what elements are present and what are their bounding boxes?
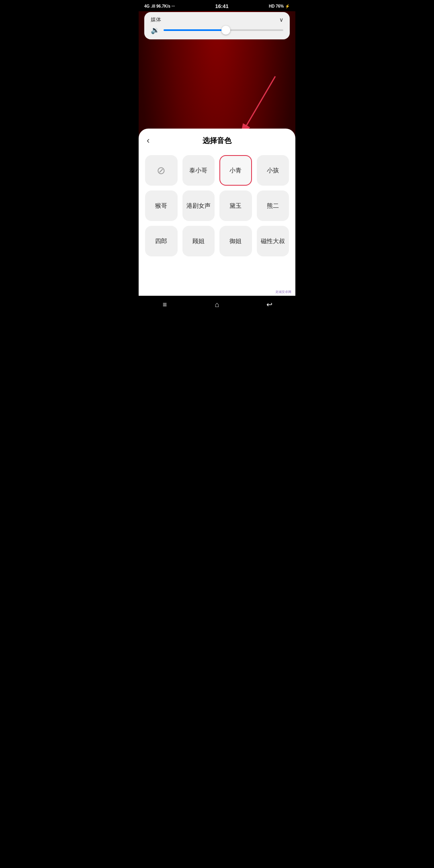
chevron-down-icon[interactable]: ∨: [279, 16, 283, 23]
menu-icon[interactable]: ≡: [157, 297, 173, 313]
back-nav-icon[interactable]: ↩: [261, 297, 277, 313]
watermark: 龙城安卓网: [274, 289, 293, 295]
voice-item-gangjvnvsheng[interactable]: 港剧女声: [182, 190, 215, 221]
volume-label-row: 媒体 ∨: [151, 16, 283, 23]
volume-slider[interactable]: [164, 29, 283, 31]
sheet-title: 选择音色: [203, 136, 231, 145]
volume-thumb[interactable]: [221, 26, 230, 35]
status-left: 4G .ill 96.7K/s ···: [144, 4, 175, 8]
voice-selection-sheet: ‹ 选择音色 ⊘泰小哥小青小孩猴哥港剧女声黛玉熊二四郎顾姐御姐磁性大叔: [139, 129, 295, 313]
status-right: HD 76% ⚡: [269, 4, 290, 8]
sheet-header: ‹ 选择音色: [139, 129, 295, 151]
status-time: 16:41: [215, 3, 228, 9]
status-bar: 4G .ill 96.7K/s ··· 16:41 HD 76% ⚡: [139, 0, 295, 11]
back-button[interactable]: ‹: [147, 135, 149, 146]
voice-item-cixingdashu[interactable]: 磁性大叔: [257, 226, 289, 256]
speaker-icon: 🔉: [151, 26, 160, 35]
voice-item-xiaoqing[interactable]: 小青: [219, 155, 252, 186]
voice-item-gujie[interactable]: 顾姐: [182, 226, 215, 256]
voice-grid: ⊘泰小哥小青小孩猴哥港剧女声黛玉熊二四郎顾姐御姐磁性大叔: [139, 151, 295, 260]
home-icon[interactable]: ⌂: [209, 297, 225, 313]
voice-item-hougge[interactable]: 猴哥: [145, 190, 178, 221]
voice-item-disabled[interactable]: ⊘: [145, 155, 178, 186]
voice-item-daiyu[interactable]: 黛玉: [219, 190, 252, 221]
nav-bar: ≡ ⌂ ↩: [139, 296, 295, 313]
svg-line-1: [241, 76, 275, 135]
volume-label-text: 媒体: [151, 16, 161, 23]
voice-item-silang[interactable]: 四郎: [145, 226, 178, 256]
volume-fill: [164, 29, 226, 31]
volume-panel: 媒体 ∨ 🔉: [144, 12, 290, 39]
voice-item-yujie[interactable]: 御姐: [219, 226, 252, 256]
voice-item-xiaohai[interactable]: 小孩: [257, 155, 289, 186]
voice-item-xioner[interactable]: 熊二: [257, 190, 289, 221]
voice-item-taixioge[interactable]: 泰小哥: [182, 155, 215, 186]
volume-control: 🔉: [151, 26, 283, 35]
